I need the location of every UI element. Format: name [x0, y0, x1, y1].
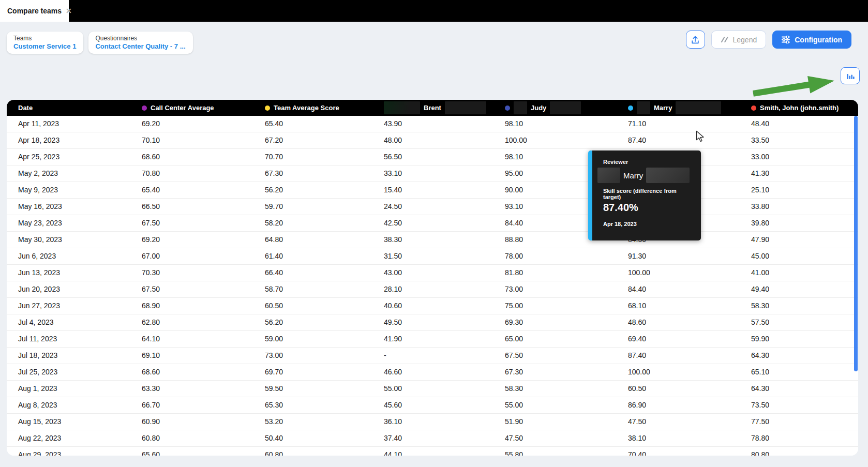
table-row[interactable]: May 30, 202369.2064.8038.3088.8084.5047.… — [7, 232, 858, 248]
table-row[interactable]: Jun 6, 202367.0061.4031.5078.0091.3045.0… — [7, 248, 858, 265]
cell-call-center-average: 60.80 — [135, 430, 258, 446]
cell-smith: 58.30 — [744, 298, 858, 314]
cell-smith: 80.80 — [744, 447, 858, 456]
export-button[interactable] — [686, 31, 705, 49]
table-row[interactable]: Jul 25, 202368.6069.7046.6067.30100.0065… — [7, 364, 858, 381]
redaction-box — [637, 101, 650, 114]
legend-button[interactable]: Legend — [711, 31, 767, 49]
tab-compare-teams[interactable]: Compare teams ✕ — [0, 0, 69, 22]
cell-date: Jun 6, 2023 — [7, 248, 135, 264]
tooltip-metric-value: 87.40% — [603, 202, 695, 214]
cell-team-average-score: 59.50 — [258, 381, 377, 397]
cell-marry: 100.00 — [621, 364, 744, 380]
redaction-box — [597, 168, 620, 183]
table-row[interactable]: Aug 29, 202365.6060.8044.1055.8070.4080.… — [7, 447, 858, 456]
cell-call-center-average: 60.90 — [135, 414, 258, 430]
cell-date: May 30, 2023 — [7, 232, 135, 248]
cell-call-center-average: 69.20 — [135, 232, 258, 248]
cell-smith: 47.90 — [744, 232, 858, 248]
table-row[interactable]: May 23, 202367.5058.2042.5084.4039.80 — [7, 215, 858, 232]
cell-call-center-average: 68.90 — [135, 298, 258, 314]
table-row[interactable]: Aug 15, 202360.9053.2036.1051.9047.5077.… — [7, 414, 858, 430]
close-icon[interactable]: ✕ — [66, 7, 72, 14]
redaction-box — [676, 101, 721, 114]
column-header-judy: Judy — [498, 100, 621, 116]
configuration-button[interactable]: Configuration — [772, 31, 851, 49]
cell-marry: 47.50 — [621, 414, 744, 430]
teams-filter-chip[interactable]: Teams Customer Service 1 — [7, 32, 83, 54]
cell-judy: 75.00 — [498, 298, 621, 314]
cell-date: May 2, 2023 — [7, 165, 135, 182]
teams-filter-label: Teams — [13, 35, 76, 42]
table-row[interactable]: Jul 18, 202369.1073.00-67.5087.4064.30 — [7, 348, 858, 364]
cell-brent: 43.90 — [377, 116, 498, 132]
cell-call-center-average: 68.60 — [135, 149, 258, 165]
table-row[interactable]: Aug 22, 202360.8050.4037.4047.5038.1078.… — [7, 430, 858, 447]
tooltip-reviewer-label: Reviewer — [603, 159, 695, 165]
cell-marry: 100.00 — [621, 265, 744, 281]
cell-date: Aug 15, 2023 — [7, 414, 135, 430]
cell-brent: 31.50 — [377, 248, 498, 264]
cell-smith: 77.50 — [744, 414, 858, 430]
table-row[interactable]: Jun 20, 202367.5058.7028.1073.0084.4049.… — [7, 281, 858, 298]
cell-team-average-score: 60.50 — [258, 298, 377, 314]
cell-marry: 86.90 — [621, 397, 744, 413]
cell-brent: - — [377, 348, 498, 364]
cell-team-average-score: 59.70 — [258, 199, 377, 215]
table-row[interactable]: Aug 8, 202366.7065.3045.6055.0086.9073.5… — [7, 397, 858, 414]
cell-call-center-average: 66.70 — [135, 397, 258, 413]
cell-team-average-score: 64.80 — [258, 232, 377, 248]
cell-date: Aug 22, 2023 — [7, 430, 135, 446]
cell-date: May 16, 2023 — [7, 199, 135, 215]
column-label: Marry — [654, 104, 672, 112]
table-row[interactable]: Jul 4, 202362.8056.2049.5069.3048.6057.5… — [7, 314, 858, 331]
table-row[interactable]: May 9, 202365.4056.2015.4090.0025.10 — [7, 182, 858, 199]
table-row[interactable]: Jun 13, 202370.3066.4043.0081.80100.0041… — [7, 265, 858, 281]
filter-chips: Teams Customer Service 1 Questionnaires … — [7, 32, 193, 54]
vertical-scrollbar-thumb[interactable] — [854, 116, 858, 371]
cell-team-average-score: 58.20 — [258, 215, 377, 231]
cell-team-average-score: 56.20 — [258, 314, 377, 330]
redaction-box — [514, 101, 527, 114]
chart-view-toggle-button[interactable] — [841, 67, 860, 84]
cell-call-center-average: 67.00 — [135, 248, 258, 264]
cell-team-average-score: 60.80 — [258, 447, 377, 456]
cell-call-center-average: 63.30 — [135, 381, 258, 397]
questionnaires-filter-chip[interactable]: Questionnaires Contact Center Quality - … — [88, 32, 192, 54]
cell-team-average-score: 67.30 — [258, 165, 377, 182]
table-row[interactable]: Apr 18, 202370.1067.2048.00100.0087.4033… — [7, 132, 858, 149]
cell-team-average-score: 65.40 — [258, 116, 377, 132]
cell-judy: 69.30 — [498, 314, 621, 330]
table-row[interactable]: Aug 1, 202363.3059.5055.0058.3060.5064.3… — [7, 381, 858, 397]
cell-date: Aug 1, 2023 — [7, 381, 135, 397]
cell-judy: 73.00 — [498, 281, 621, 297]
cell-smith: 73.50 — [744, 397, 858, 413]
cell-brent: 38.30 — [377, 232, 498, 248]
table-row[interactable]: Apr 25, 202368.6070.7056.5098.1033.00 — [7, 149, 858, 165]
cell-marry: 87.40 — [621, 132, 744, 148]
cell-marry: 69.40 — [621, 331, 744, 347]
column-label: Smith, John (john.smith) — [760, 104, 839, 112]
cell-judy: 67.30 — [498, 364, 621, 380]
series-dot-smith — [751, 106, 756, 111]
cell-judy: 55.00 — [498, 397, 621, 413]
cell-marry: 70.40 — [621, 447, 744, 456]
table-row[interactable]: Jun 27, 202368.9060.5040.6075.0068.1058.… — [7, 298, 858, 314]
cell-smith: 33.80 — [744, 199, 858, 215]
cell-smith: 41.00 — [744, 265, 858, 281]
table-row[interactable]: May 2, 202370.8067.3033.1095.0041.30 — [7, 165, 858, 182]
cell-team-average-score: 61.40 — [258, 248, 377, 264]
cell-team-average-score: 66.40 — [258, 265, 377, 281]
upload-icon — [691, 35, 700, 44]
cell-call-center-average: 69.10 — [135, 348, 258, 364]
cell-brent: 36.10 — [377, 414, 498, 430]
column-label: Team Average Score — [274, 104, 339, 112]
table-row[interactable]: May 16, 202366.5059.7024.5093.1033.80 — [7, 199, 858, 215]
redaction-box — [445, 101, 486, 114]
table-row[interactable]: Apr 11, 202369.2065.4043.9098.1071.1048.… — [7, 116, 858, 132]
cell-smith: 41.30 — [744, 165, 858, 182]
cell-call-center-average: 64.10 — [135, 331, 258, 347]
table-row[interactable]: Jul 11, 202364.1059.0041.9065.0069.4059.… — [7, 331, 858, 348]
cell-smith: 33.50 — [744, 132, 858, 148]
cell-team-average-score: 73.00 — [258, 348, 377, 364]
